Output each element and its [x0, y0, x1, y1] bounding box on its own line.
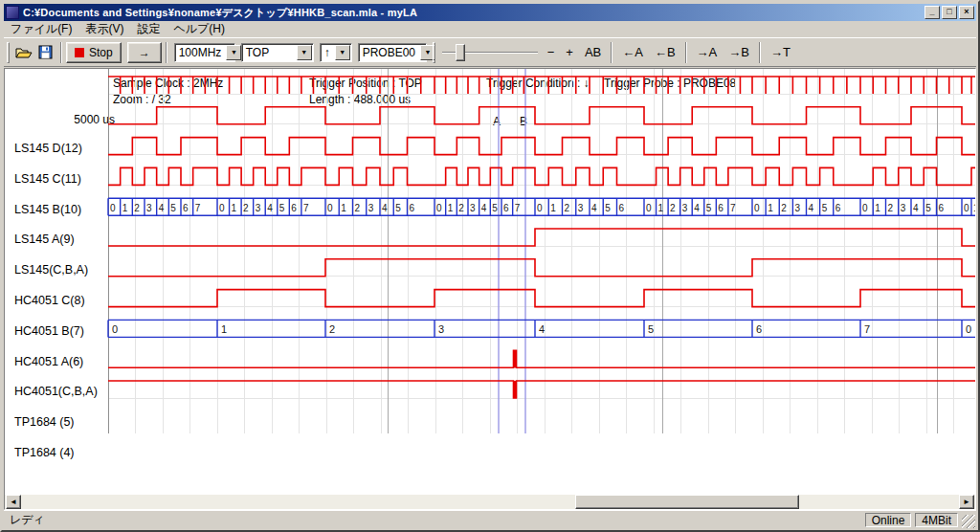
stop-button[interactable]: Stop [66, 42, 122, 63]
bus-value: 4 [913, 203, 919, 213]
save-button[interactable] [34, 42, 56, 63]
bus-value: 1 [768, 203, 773, 213]
bus-value: 7 [730, 203, 736, 213]
horizontal-scrollbar[interactable]: ◄ ► [5, 495, 975, 509]
bus-value: 5 [170, 203, 176, 213]
scroll-right-icon[interactable]: ► [959, 495, 974, 509]
zoom-in-button[interactable]: + [560, 43, 579, 61]
bus-value: 1 [341, 203, 346, 213]
title-bar[interactable]: C:¥Documents and Settings¥noname¥デスクトップ¥… [4, 4, 976, 21]
waveform-plot[interactable]: 0123456701234567012345601234567012345601… [5, 69, 976, 499]
waveform-client-area: Sample Clock : 2MHz Trigger Position : T… [4, 68, 976, 510]
scroll-left-icon[interactable]: ◄ [6, 495, 21, 509]
minimize-button[interactable]: _ [924, 6, 940, 19]
bus-value: 1 [550, 203, 556, 213]
bus-value: 1 [448, 203, 454, 213]
toolbar: Stop → 100MHz ▼ TOP ▼ ↑ ▼ PROBE00 ▼ − + … [4, 37, 976, 67]
bus-value: 3 [256, 203, 261, 213]
bus-value: 1 [658, 203, 664, 213]
bus-value: 5 [822, 203, 828, 213]
bus-value: 5 [925, 203, 931, 213]
menu-file[interactable]: ファイル(F) [4, 20, 78, 38]
open-file-button[interactable] [12, 42, 34, 63]
toolbar-grip [7, 42, 10, 63]
bus-value: 6 [410, 203, 415, 213]
trace-HC4051-A-6- [108, 290, 976, 307]
bus-value: 0 [327, 203, 333, 213]
bus-value: 2 [565, 203, 570, 213]
bus-value: 4 [159, 203, 165, 213]
bus-value: 0 [112, 323, 118, 335]
bus-value: 3 [146, 203, 152, 213]
window-title: C:¥Documents and Settings¥noname¥デスクトップ¥… [23, 6, 923, 20]
trace-LS145-A-9- [108, 167, 976, 185]
goto-cursor-a-button[interactable]: ←A [616, 43, 649, 61]
bus-value: 1 [973, 203, 976, 213]
zoom-out-button[interactable]: − [542, 43, 561, 61]
bus-value: 0 [537, 203, 543, 213]
bus-value: 3 [682, 203, 688, 213]
status-message: レディ [4, 512, 865, 528]
menu-help[interactable]: ヘルプ(H) [167, 20, 232, 38]
bus-value: 4 [539, 323, 545, 335]
bus-value: 2 [458, 203, 464, 213]
bus-value: 5 [706, 203, 712, 213]
bus-value: 1 [122, 203, 128, 213]
bus-value: 2 [888, 203, 894, 213]
bus-value: 0 [436, 203, 442, 213]
set-cursor-b-button[interactable]: →B [723, 43, 755, 61]
zoom-slider[interactable] [442, 42, 538, 63]
sample-clock-combo[interactable]: 100MHz ▼ [174, 43, 235, 62]
bus-value: 6 [939, 203, 945, 213]
bus-value: 3 [438, 323, 444, 335]
bus-value: 1 [232, 203, 237, 213]
bus-value: 5 [648, 323, 654, 335]
bus-value: 6 [291, 203, 297, 213]
toolbar-separator [166, 42, 167, 63]
bus-value: 0 [646, 203, 652, 213]
bus-value: 2 [781, 203, 787, 213]
trigger-probe-combo[interactable]: PROBE00 ▼ [358, 43, 427, 62]
single-run-button[interactable]: → [127, 42, 162, 63]
bus-value: 7 [303, 203, 309, 213]
chevron-down-icon[interactable]: ▼ [335, 45, 350, 60]
bus-value: 2 [243, 203, 249, 213]
memory-size-badge: 4MBit [915, 513, 958, 527]
trace-TP1684-5- [108, 350, 976, 367]
toolbar-separator [611, 42, 612, 63]
trace-LS145-B-10- [108, 138, 976, 155]
menu-bar: ファイル(F) 表示(V) 設定 ヘルプ(H) [4, 21, 976, 37]
bus-value: 3 [470, 203, 476, 213]
status-bar: レディ Online 4MBit [4, 510, 976, 528]
scrollbar-thumb[interactable] [575, 495, 799, 509]
chevron-down-icon[interactable]: ▼ [297, 45, 312, 60]
stop-label: Stop [89, 46, 113, 59]
goto-cursor-b-button[interactable]: ←B [649, 43, 681, 61]
trace-LS145-C-B-A-: 0123456701234567012345601234567012345601… [108, 198, 976, 215]
open-folder-icon [15, 46, 33, 59]
cursor-lines[interactable] [499, 69, 525, 433]
trigger-position-combo[interactable]: TOP ▼ [241, 43, 314, 62]
online-status-badge: Online [865, 513, 912, 527]
maximize-button[interactable]: □ [942, 6, 957, 19]
resize-grip-icon[interactable] [962, 515, 975, 528]
slider-thumb[interactable] [456, 44, 465, 61]
trace-HC4051-C-B-A-: 012345670 [108, 320, 976, 337]
bus-value: 6 [756, 323, 762, 335]
menu-view[interactable]: 表示(V) [78, 20, 130, 38]
bus-value: 2 [355, 203, 361, 213]
trace-HC4051-C-8- [108, 229, 976, 246]
toolbar-separator [60, 42, 62, 63]
bus-value: 3 [368, 203, 374, 213]
toolbar-grip [433, 42, 435, 63]
bus-value: 1 [875, 203, 880, 213]
ab-range-button[interactable]: AB [579, 43, 607, 61]
close-button[interactable]: × [959, 6, 974, 19]
bus-value: 3 [901, 203, 906, 213]
trigger-edge-combo[interactable]: ↑ ▼ [320, 43, 352, 62]
app-icon[interactable] [6, 6, 19, 19]
goto-trigger-button[interactable]: →T [765, 43, 796, 61]
chevron-down-icon[interactable]: ▼ [226, 45, 241, 60]
menu-settings[interactable]: 設定 [130, 20, 167, 38]
set-cursor-a-button[interactable]: →A [691, 43, 724, 61]
